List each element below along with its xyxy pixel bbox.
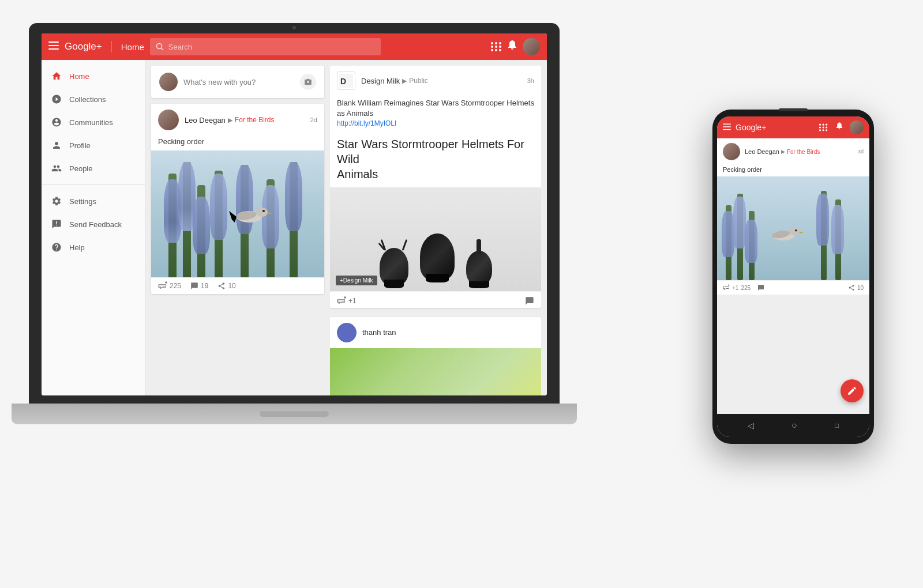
sidebar-settings-label: Settings: [69, 197, 96, 206]
dm-post-description: Blank William Reimagines Star Wars Storm…: [330, 96, 541, 132]
phone-post-collection[interactable]: For the Birds: [787, 149, 820, 155]
sidebar-item-settings[interactable]: Settings: [42, 190, 145, 213]
dm-post-actions: +1: [330, 291, 541, 308]
dm-post-image: +Design Milk: [330, 187, 541, 291]
camera-icon[interactable]: [300, 74, 316, 90]
phone-logo: Google+: [736, 123, 813, 132]
phone-post-card: Leo Deegan ▶ For the Birds 3d Pecking or…: [717, 138, 869, 295]
phone-flower-4: [816, 194, 829, 246]
dm-source-row: Design Milk ▶ Public: [361, 77, 521, 85]
whats-new-input[interactable]: [183, 78, 294, 86]
thanh-avatar: [337, 323, 357, 342]
phone-post-actions: +1 225 10: [717, 280, 869, 295]
dm-source-name[interactable]: Design Milk: [361, 77, 400, 85]
svg-rect-13: [723, 123, 731, 125]
apps-icon[interactable]: [491, 42, 502, 51]
phone-fab[interactable]: [841, 379, 864, 402]
helmet-1: [380, 248, 408, 285]
sidebar-item-collections[interactable]: Collections: [42, 88, 145, 111]
post1-share-count: 10: [228, 282, 235, 290]
dm-comment-icon: [525, 296, 534, 306]
sidebar-divider: [42, 184, 145, 185]
phone-share-btn[interactable]: 10: [848, 284, 864, 291]
phone-back-btn[interactable]: ◁: [748, 421, 754, 430]
left-column: Leo Deegan ▶ For the Birds 2d Pecking or…: [151, 66, 324, 395]
phone-post-title: Pecking order: [717, 165, 869, 176]
phone-plus-label: +1: [732, 285, 738, 291]
sidebar-communities-label: Communities: [69, 118, 113, 127]
post1-author-name[interactable]: Leo Deegan: [185, 116, 226, 125]
phone-notification-icon[interactable]: [836, 122, 843, 133]
phone-menu-icon[interactable]: [723, 123, 731, 132]
phone-plus-btn[interactable]: +1 225: [723, 284, 751, 291]
search-bar[interactable]: [150, 38, 381, 55]
phone-post-header: Leo Deegan ▶ For the Birds 3d: [717, 138, 869, 165]
dm-plusone-btn[interactable]: +1: [337, 296, 357, 306]
phone-comment-icon: [757, 284, 764, 291]
phone-apps-icon[interactable]: [819, 124, 828, 131]
desktop-header: Google+ Home: [42, 33, 547, 60]
sidebar-item-home[interactable]: Home: [42, 65, 145, 88]
design-milk-post: D Design Milk ▶ Public: [330, 66, 541, 308]
help-icon: [51, 242, 62, 253]
pencil-icon: [847, 386, 857, 396]
header-right: [491, 38, 540, 55]
whats-new-avatar: [159, 73, 178, 91]
phone-flower-5: [831, 205, 844, 254]
dm-headline: Star Wars Stormtrooper Helmets For Wild …: [330, 132, 541, 187]
phone-bird-svg: [763, 220, 804, 246]
phone-comment-btn[interactable]: [757, 284, 764, 291]
flower-head-7: [285, 162, 302, 231]
phone-post-author[interactable]: Leo Deegan: [745, 148, 779, 155]
post1-title: Pecking order: [151, 136, 324, 150]
bell-icon: [508, 40, 517, 51]
thanh-post-image: [330, 348, 541, 395]
sidebar-profile-label: Profile: [69, 141, 91, 150]
plusone-icon: [158, 281, 167, 291]
dm-comment-btn[interactable]: [525, 296, 534, 306]
sidebar-item-feedback[interactable]: Send Feedback: [42, 213, 145, 236]
dm-plus-label: +1: [348, 297, 357, 305]
phone-flower-1: [722, 211, 734, 257]
post1-plus-btn[interactable]: 225: [158, 281, 181, 291]
svg-line-4: [161, 48, 163, 51]
phone-plus-icon: [723, 284, 730, 291]
right-column: D Design Milk ▶ Public: [330, 66, 541, 395]
svg-point-20: [795, 229, 797, 232]
sidebar-item-help[interactable]: Help: [42, 236, 145, 259]
search-input[interactable]: [168, 43, 375, 51]
post1-collection[interactable]: For the Birds: [235, 116, 275, 124]
phone-user-avatar[interactable]: [850, 120, 864, 134]
svg-text:D: D: [340, 77, 346, 86]
dm-post-header: D Design Milk ▶ Public: [330, 66, 541, 96]
phone-bird-image: [717, 176, 869, 280]
post1-plus-count: 225: [170, 282, 181, 290]
phone-home-btn[interactable]: ○: [791, 420, 797, 431]
thanh-author[interactable]: thanh tran: [362, 328, 396, 337]
notification-icon[interactable]: [508, 40, 517, 53]
user-avatar[interactable]: [523, 38, 540, 55]
profile-icon: [51, 140, 62, 151]
sidebar-item-communities[interactable]: Communities: [42, 111, 145, 134]
sidebar-item-people[interactable]: People: [42, 157, 145, 180]
design-milk-badge: +Design Milk: [336, 276, 377, 285]
post1-comment-btn[interactable]: 19: [190, 282, 208, 290]
dm-link[interactable]: http://bit.ly/1MyIOLI: [337, 119, 534, 129]
settings-icon: [51, 195, 62, 207]
post1-time: 2d: [310, 116, 317, 123]
post1-header: Leo Deegan ▶ For the Birds 2d: [151, 104, 324, 136]
hamburger-menu-icon[interactable]: [48, 42, 59, 52]
post1-actions: 225 19 10: [151, 277, 324, 294]
flower-head-4: [210, 174, 227, 240]
post1-avatar: [158, 110, 179, 130]
phone-speaker: [779, 108, 808, 111]
svg-rect-1: [48, 45, 59, 46]
phone-recent-btn[interactable]: □: [835, 421, 839, 429]
sidebar-item-profile[interactable]: Profile: [42, 134, 145, 157]
thanh-tran-post: thanh tran: [330, 317, 541, 395]
svg-marker-9: [229, 211, 237, 223]
svg-rect-2: [48, 48, 59, 50]
sidebar-home-label: Home: [69, 72, 89, 81]
post1-share-btn[interactable]: 10: [217, 282, 235, 290]
people-icon: [51, 163, 62, 174]
